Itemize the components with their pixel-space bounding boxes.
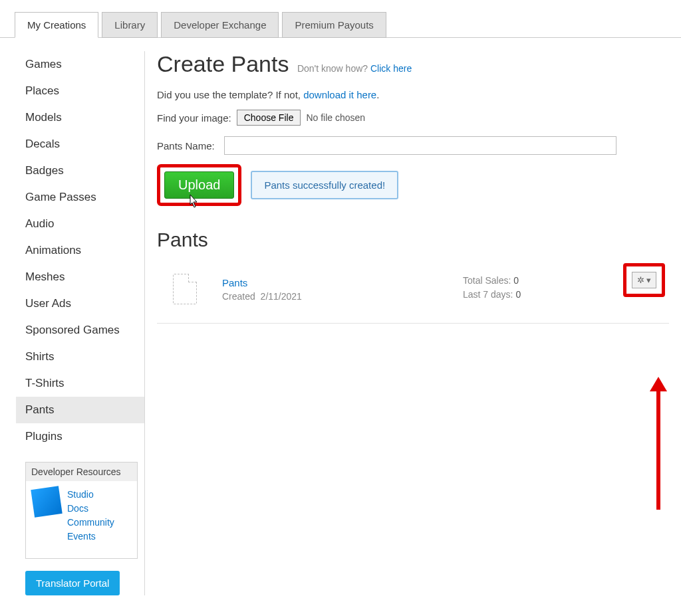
total-sales-value: 0 bbox=[513, 275, 519, 286]
sidebar-item-user-ads[interactable]: User Ads bbox=[16, 290, 144, 317]
pants-name-input[interactable] bbox=[224, 136, 616, 155]
download-template-link[interactable]: download it here bbox=[303, 89, 376, 100]
pants-name-label: Pants Name: bbox=[157, 140, 215, 152]
sidebar-item-game-passes[interactable]: Game Passes bbox=[16, 184, 144, 211]
gear-icon: ✲ bbox=[637, 275, 644, 285]
sidebar-item-places[interactable]: Places bbox=[16, 78, 144, 104]
template-question-text: Did you use the template? If not, bbox=[157, 89, 303, 100]
template-line: Did you use the template? If not, downlo… bbox=[157, 89, 669, 100]
sidebar: Games Places Models Decals Badges Game P… bbox=[0, 51, 145, 595]
tab-my-creations[interactable]: My Creations bbox=[15, 12, 98, 38]
name-row: Pants Name: bbox=[157, 136, 669, 155]
developer-resources-title: Developer Resources bbox=[26, 462, 137, 481]
item-stats: Total Sales: 0 Last 7 days: 0 bbox=[463, 274, 521, 302]
help-prefix: Don't know how? bbox=[297, 63, 370, 74]
tab-premium-payouts[interactable]: Premium Payouts bbox=[282, 12, 386, 38]
total-sales-label: Total Sales: bbox=[463, 275, 511, 286]
main-tabs: My Creations Library Developer Exchange … bbox=[0, 0, 681, 38]
choose-file-button[interactable]: Choose File bbox=[237, 110, 301, 126]
dev-link-community[interactable]: Community bbox=[67, 516, 114, 530]
item-created: Created 2/11/2021 bbox=[222, 291, 302, 302]
sidebar-item-sponsored-games[interactable]: Sponsored Games bbox=[16, 317, 144, 344]
help-link[interactable]: Click here bbox=[370, 63, 412, 74]
tab-developer-exchange[interactable]: Developer Exchange bbox=[161, 12, 279, 38]
section-title-pants: Pants bbox=[157, 229, 669, 251]
last7-value: 0 bbox=[515, 289, 521, 300]
sidebar-item-models[interactable]: Models bbox=[16, 104, 144, 131]
tab-library[interactable]: Library bbox=[102, 12, 158, 38]
sidebar-item-plugins[interactable]: Plugins bbox=[16, 423, 144, 450]
help-text: Don't know how? Click here bbox=[297, 63, 412, 74]
mouse-cursor-icon bbox=[187, 194, 199, 212]
roblox-studio-icon bbox=[31, 486, 62, 517]
last7-label: Last 7 days: bbox=[463, 289, 513, 300]
dev-link-docs[interactable]: Docs bbox=[67, 502, 114, 516]
upload-highlight-box: Upload bbox=[157, 164, 241, 206]
sidebar-item-badges[interactable]: Badges bbox=[16, 157, 144, 184]
find-image-label: Find your image: bbox=[157, 112, 231, 124]
sidebar-item-audio[interactable]: Audio bbox=[16, 211, 144, 237]
red-arrow-annotation bbox=[656, 390, 660, 510]
created-date: 2/11/2021 bbox=[261, 291, 302, 302]
dev-link-events[interactable]: Events bbox=[67, 530, 114, 544]
file-icon bbox=[173, 274, 197, 304]
success-message: Pants successfully created! bbox=[251, 171, 398, 199]
sidebar-item-meshes[interactable]: Meshes bbox=[16, 264, 144, 290]
caret-down-icon: ▾ bbox=[646, 275, 651, 285]
sidebar-item-shirts[interactable]: Shirts bbox=[16, 344, 144, 370]
main-content: Create Pants Don't know how? Click here … bbox=[145, 51, 681, 595]
no-file-text: No file chosen bbox=[306, 112, 365, 123]
dev-link-studio[interactable]: Studio bbox=[67, 488, 114, 502]
upload-button[interactable]: Upload bbox=[164, 171, 234, 199]
translator-portal-button[interactable]: Translator Portal bbox=[25, 571, 120, 595]
item-name-link[interactable]: Pants bbox=[222, 277, 302, 288]
sidebar-item-pants[interactable]: Pants bbox=[16, 397, 144, 423]
item-settings-button[interactable]: ✲ ▾ bbox=[632, 272, 656, 288]
gear-highlight-box: ✲ ▾ bbox=[623, 263, 665, 297]
item-row: Pants Created 2/11/2021 Total Sales: 0 L… bbox=[157, 251, 669, 324]
page-title: Create Pants bbox=[157, 51, 289, 77]
sidebar-item-decals[interactable]: Decals bbox=[16, 131, 144, 157]
sidebar-item-animations[interactable]: Animations bbox=[16, 237, 144, 264]
sidebar-item-tshirts[interactable]: T-Shirts bbox=[16, 370, 144, 397]
find-image-row: Find your image: Choose File No file cho… bbox=[157, 110, 669, 126]
sidebar-item-games[interactable]: Games bbox=[16, 51, 144, 78]
created-label: Created bbox=[222, 291, 255, 302]
developer-resources-box: Developer Resources Studio Docs Communit… bbox=[25, 462, 138, 559]
